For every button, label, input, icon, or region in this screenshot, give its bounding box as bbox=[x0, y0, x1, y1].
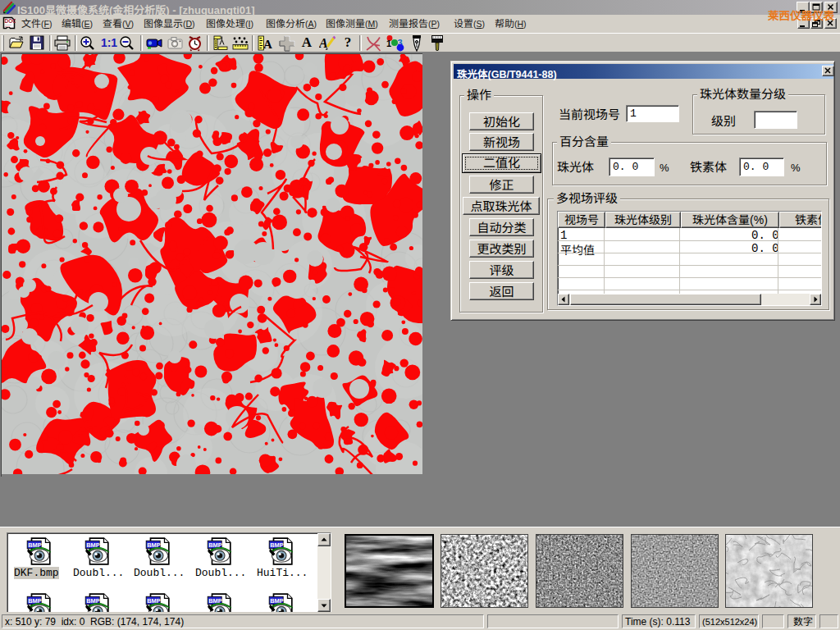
svg-text:A: A bbox=[263, 38, 272, 51]
svg-text:A: A bbox=[319, 36, 328, 50]
svg-text:1: 1 bbox=[386, 39, 391, 48]
svg-text:DOC: DOC bbox=[5, 18, 16, 24]
